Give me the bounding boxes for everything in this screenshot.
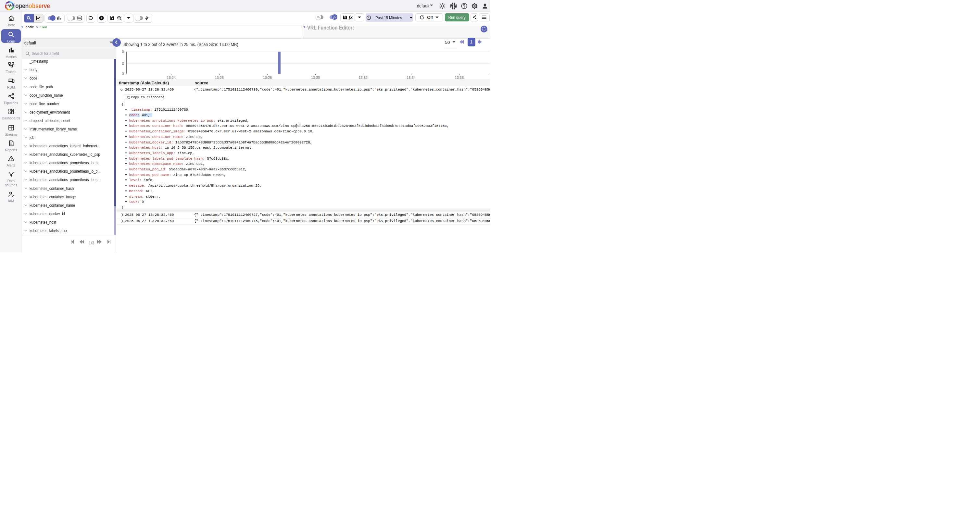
svg-text:SQL: SQL (78, 17, 82, 19)
svg-text:?: ? (101, 17, 103, 20)
